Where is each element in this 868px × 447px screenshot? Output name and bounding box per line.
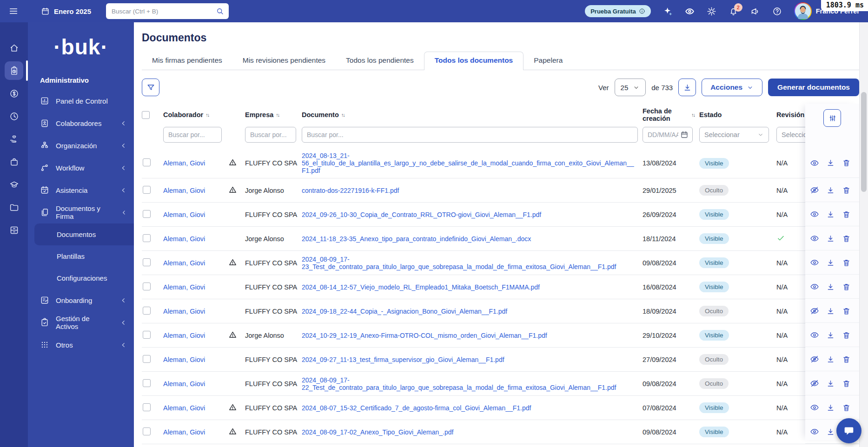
- eye-off-icon[interactable]: [810, 185, 819, 195]
- filter-empresa-input[interactable]: [245, 127, 296, 143]
- eye-icon[interactable]: [810, 330, 819, 340]
- document-link[interactable]: 2024_09-18_22-44_Copia_-_Asignacion_Bono…: [302, 308, 507, 315]
- document-link[interactable]: 2024_11-18_23-35_Anexo_tipo_para_contrat…: [302, 235, 531, 243]
- announcements-megaphone-icon[interactable]: [750, 7, 760, 16]
- sort-icon[interactable]: ↑↓: [276, 112, 279, 118]
- download-icon[interactable]: [826, 427, 835, 436]
- collaborator-link[interactable]: Aleman, Giovi: [163, 259, 205, 267]
- files-icon[interactable]: [5, 198, 23, 217]
- document-link[interactable]: 2024_08-09_17-02_Anexo_Tipo_Giovi_Aleman…: [302, 428, 453, 436]
- filter-documento-input[interactable]: [302, 127, 638, 143]
- page-size-select[interactable]: 25: [615, 79, 646, 96]
- filter-colaborador-input[interactable]: [163, 127, 222, 143]
- search-input[interactable]: [112, 8, 216, 15]
- eye-icon[interactable]: [810, 427, 819, 436]
- sort-icon[interactable]: ↑↓: [341, 112, 345, 118]
- sidebar-item-asistencia[interactable]: Asistencia: [28, 179, 134, 201]
- download-icon[interactable]: [826, 258, 835, 267]
- sidebar-item-gesti-n-de-activos[interactable]: Gestión de Activos: [28, 311, 134, 334]
- jobs-icon[interactable]: [5, 152, 23, 171]
- eye-icon[interactable]: [810, 158, 819, 168]
- column-settings-button[interactable]: [823, 109, 841, 127]
- collaborator-link[interactable]: Aleman, Giovi: [163, 235, 205, 243]
- sort-icon[interactable]: ↑↓: [205, 112, 209, 118]
- collaborator-link[interactable]: Aleman, Giovi: [163, 356, 205, 363]
- trash-icon[interactable]: [842, 379, 851, 388]
- trash-icon[interactable]: [842, 210, 851, 219]
- collaborator-link[interactable]: Aleman, Giovi: [163, 428, 205, 436]
- column-header-fecha[interactable]: Fecha de creación↑↓: [643, 107, 698, 122]
- document-link[interactable]: 2024_08-07_15-32_Certificado_7_de_agosto…: [302, 404, 531, 412]
- collaborator-link[interactable]: Aleman, Giovi: [163, 332, 205, 339]
- tab-mis-revisiones-pendientes[interactable]: Mis revisiones pendientes: [232, 52, 336, 70]
- eye-off-icon[interactable]: [810, 306, 819, 316]
- eye-icon[interactable]: [810, 403, 819, 412]
- payroll-icon[interactable]: [5, 84, 23, 103]
- document-link[interactable]: 2024_08-13_21-56_el_titulo_de_la_plantil…: [302, 152, 634, 174]
- archive-icon[interactable]: [5, 221, 23, 239]
- download-icon[interactable]: [826, 210, 835, 219]
- download-icon[interactable]: [826, 234, 835, 243]
- hamburger-menu-icon[interactable]: [8, 6, 19, 16]
- download-icon[interactable]: [826, 186, 835, 195]
- tab-todos-los-pendientes[interactable]: Todos los pendientes: [336, 52, 424, 70]
- sort-icon[interactable]: ↑↓: [691, 112, 695, 118]
- eye-icon[interactable]: [810, 258, 819, 267]
- filter-button[interactable]: [142, 79, 159, 96]
- collaborator-link[interactable]: Aleman, Giovi: [163, 308, 205, 315]
- collaborator-link[interactable]: Aleman, Giovi: [163, 283, 205, 291]
- trash-icon[interactable]: [842, 234, 851, 243]
- tab-todos-los-documentos[interactable]: Todos los documentos: [424, 52, 524, 70]
- eye-off-icon[interactable]: [810, 379, 819, 388]
- row-checkbox[interactable]: [143, 258, 151, 266]
- document-link[interactable]: 2024_08-09_17-23_Test_de_contrato_para_t…: [302, 256, 616, 270]
- row-checkbox[interactable]: [143, 210, 151, 218]
- sidebar-item-plantillas[interactable]: Plantillas: [28, 245, 134, 267]
- trash-icon[interactable]: [842, 186, 851, 195]
- download-icon[interactable]: [826, 355, 835, 364]
- column-header-colaborador[interactable]: Colaborador↑↓: [163, 111, 228, 118]
- collaborator-link[interactable]: Aleman, Giovi: [163, 211, 205, 218]
- row-checkbox[interactable]: [143, 283, 151, 290]
- time-icon[interactable]: [5, 107, 23, 125]
- eye-icon[interactable]: [810, 234, 819, 243]
- training-icon[interactable]: [5, 175, 23, 194]
- row-checkbox[interactable]: [143, 307, 151, 315]
- row-checkbox[interactable]: [143, 158, 151, 166]
- vertical-scrollbar[interactable]: [859, 22, 868, 447]
- calendar-icon[interactable]: [680, 131, 689, 139]
- document-link[interactable]: contrato-dos-22271916-k-FF1.pdf: [302, 187, 399, 194]
- download-icon[interactable]: [826, 379, 835, 388]
- document-link[interactable]: 2024_08-09_17-22_Test_de_contrato_para_t…: [302, 376, 616, 391]
- acciones-button[interactable]: Acciones: [702, 79, 762, 96]
- row-checkbox[interactable]: [143, 234, 151, 242]
- trash-icon[interactable]: [842, 355, 851, 364]
- column-header-documento[interactable]: Documento↑↓: [302, 111, 643, 118]
- notifications-bell-icon[interactable]: 2: [729, 7, 738, 16]
- generar-documentos-button[interactable]: Generar documentos: [768, 79, 859, 96]
- sidebar-item-documentos-y-firma[interactable]: Documentos y Firma: [28, 201, 134, 224]
- select-all-checkbox[interactable]: [142, 111, 150, 119]
- search-icon[interactable]: [216, 7, 224, 15]
- trash-icon[interactable]: [842, 158, 851, 167]
- chat-button[interactable]: [836, 418, 861, 443]
- download-icon[interactable]: [826, 307, 835, 316]
- document-link[interactable]: 2024_10-29_12-19_Anexo-Firma-OTRO-COL_mi…: [302, 332, 547, 339]
- collaborator-link[interactable]: Aleman, Giovi: [163, 159, 205, 167]
- pending-tasks-icon[interactable]: [5, 61, 23, 80]
- sidebar-item-colaboradores[interactable]: Colaboradores: [28, 112, 134, 134]
- download-icon[interactable]: [826, 158, 835, 167]
- row-checkbox[interactable]: [143, 403, 151, 411]
- document-link[interactable]: 2024_09-26_10-30_Copia_de_Contrato_RRL_O…: [302, 211, 541, 218]
- row-checkbox[interactable]: [143, 427, 151, 435]
- tab-papelera[interactable]: Papelera: [523, 52, 573, 70]
- row-checkbox[interactable]: [143, 379, 151, 387]
- trash-icon[interactable]: [842, 331, 851, 340]
- sidebar-item-panel-de-control[interactable]: Panel de Control: [28, 90, 134, 112]
- collaborator-link[interactable]: Aleman, Giovi: [163, 380, 205, 388]
- eye-off-icon[interactable]: [810, 355, 819, 364]
- row-checkbox[interactable]: [143, 331, 151, 339]
- eye-icon[interactable]: [810, 282, 819, 291]
- row-checkbox[interactable]: [143, 186, 151, 194]
- sidebar-item-configuraciones[interactable]: Configuraciones: [28, 267, 134, 289]
